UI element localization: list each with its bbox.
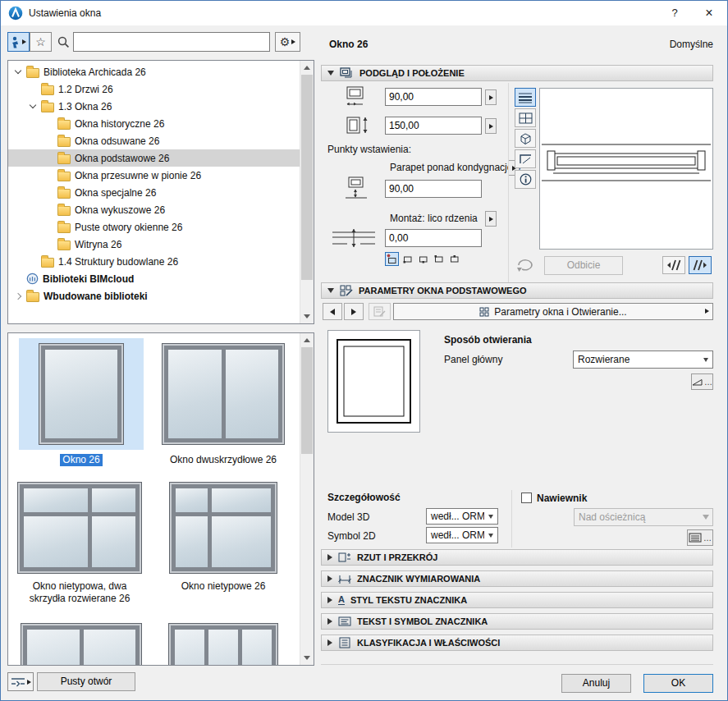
preview-plan-button[interactable] (515, 108, 536, 127)
width-flyout-button[interactable] (485, 89, 497, 105)
thumbnail-okno-nietypowa-dwa-skrzydla[interactable]: Okno nietypowa, dwa skrzydła rozwierane … (11, 479, 148, 605)
chevron-right-icon[interactable] (13, 294, 22, 299)
folder-open-icon (41, 103, 54, 112)
tree-item-okna-podstawowe[interactable]: Okna podstawowe 26 (8, 149, 300, 167)
opening-preview (327, 330, 420, 433)
section-window-parameters[interactable]: PARAMETRY OKNA PODSTAWOWEGO (321, 282, 713, 299)
mirror-right-toggle[interactable] (689, 256, 712, 274)
section-styl-tekstu-znacznika[interactable]: A STYL TEKSTU ZNACZNIKA (321, 592, 713, 608)
thumbnail-okno-nietypowe[interactable]: Okno nietypowe 26 (154, 479, 292, 593)
sill-reference-label: Parapet ponad kondygnację 0 (390, 162, 520, 173)
person-icon (11, 36, 21, 48)
vent-settings-button[interactable] (687, 529, 713, 546)
scroll-up-icon[interactable] (300, 61, 314, 75)
section-title: RZUT I PRZEKRÓJ (357, 552, 437, 562)
help-button[interactable]: ? (658, 1, 691, 25)
tree-item-biblioteki-bimcloud[interactable]: Biblioteki BIMcloud (8, 270, 300, 287)
tree-item-witryna[interactable]: Witryna 26 (8, 236, 300, 253)
tree-item-label: Wbudowane biblioteki (43, 291, 148, 302)
vent-checkbox[interactable] (521, 493, 532, 503)
window-image (168, 623, 278, 666)
tree-item-drzwi[interactable]: 1.2 Drzwi 26 (8, 80, 300, 98)
chevron-down-icon (703, 358, 708, 362)
anchor-toggle-5[interactable] (447, 252, 461, 266)
preview-section-button[interactable] (515, 149, 536, 168)
tree-item-okna-historyczne[interactable]: Okna historyczne 26 (8, 115, 300, 132)
close-button[interactable]: × (693, 1, 726, 25)
rotate-icon[interactable] (515, 257, 536, 276)
transfer-settings-button[interactable] (369, 303, 391, 320)
chevron-down-icon (488, 534, 493, 538)
empty-opening-button[interactable]: Pusty otwór (37, 672, 135, 691)
plan-grid-icon (519, 112, 533, 124)
section-znacznik-wymiarowania[interactable]: ZNACZNIK WYMIAROWANIA (321, 570, 713, 587)
opening-angle-button[interactable] (691, 373, 713, 390)
parameter-page-selector[interactable]: Parametry okna i Otwieranie... (393, 303, 713, 320)
section-klasyfikacja[interactable]: KLASYFIKACJA I WŁAŚCIWOŚCI (321, 635, 713, 651)
vent-position-select[interactable]: Nad ościeżnicą (574, 508, 713, 526)
anchor-plane-flyout-button[interactable] (485, 211, 497, 227)
anchor-toggle-4[interactable] (432, 252, 446, 266)
thumbnail-scrollbar[interactable] (300, 333, 314, 665)
tree-item-okna-specjalne[interactable]: Okna specjalne 26 (8, 184, 300, 201)
preview-info-button[interactable] (515, 170, 536, 189)
opening-type-button[interactable] (7, 672, 34, 691)
thumbnail-partial[interactable] (15, 622, 148, 666)
preview-elevation-button[interactable] (515, 88, 536, 107)
folder-icon (57, 206, 71, 216)
favorites-button[interactable] (30, 32, 52, 52)
scroll-up-icon[interactable] (300, 333, 314, 347)
tree-item-okna-wykuszowe[interactable]: Okna wykuszowe 26 (8, 201, 300, 218)
thumbnail-okno-dwuskrzydlowe[interactable]: Okno dwuskrzydłowe 26 (154, 338, 292, 466)
main-panel-select[interactable]: Rozwierane (573, 350, 713, 369)
width-input[interactable] (385, 88, 482, 106)
tree-item-struktury-budowlane[interactable]: 1.4 Struktury budowlane 26 (8, 253, 300, 270)
prev-page-button[interactable] (323, 303, 342, 320)
tree-scrollbar[interactable] (300, 61, 314, 323)
tree-item-biblioteka-archicada[interactable]: Biblioteka Archicada 26 (8, 63, 300, 80)
anchor-toggle-1[interactable] (385, 252, 399, 266)
settings-button[interactable] (275, 32, 300, 52)
vent-grille-icon (689, 533, 702, 543)
section-rzut-przekroj[interactable]: RZUT I PRZEKRÓJ (321, 549, 713, 566)
preview-3d-button[interactable] (515, 129, 536, 148)
anchor-plane-input[interactable] (385, 229, 482, 247)
anchor-toggle-2[interactable] (401, 252, 414, 266)
titlebar[interactable]: Ustawienia okna ? × (1, 1, 727, 25)
symbol-2d-select[interactable]: wedł... ORM (426, 527, 498, 543)
tree-item-puste-otwory[interactable]: Puste otwory okienne 26 (8, 218, 300, 236)
scroll-down-icon[interactable] (300, 309, 314, 323)
height-input[interactable] (385, 117, 482, 135)
preview-drawing[interactable] (539, 88, 713, 250)
tree-item-wbudowane-biblioteki[interactable]: Wbudowane biblioteki (8, 287, 300, 305)
scrollbar-thumb[interactable] (301, 347, 313, 454)
next-page-button[interactable] (344, 303, 364, 320)
scroll-down-icon[interactable] (300, 651, 314, 665)
tree-item-okna-przesuwne[interactable]: Okna przesuwne w pionie 26 (8, 167, 300, 184)
model-3d-select[interactable]: wedł... ORM (426, 508, 498, 525)
chevron-down-icon[interactable] (13, 71, 22, 73)
page-next-arrow-icon[interactable] (705, 309, 709, 314)
thumbnail-okno-26[interactable]: Okno 26 (15, 338, 148, 466)
section-preview-position[interactable]: PODGLĄD I POŁOŻENIE (321, 65, 713, 81)
cancel-button[interactable]: Anuluj (561, 674, 631, 693)
tree-item-okna-odsuwane[interactable]: Okna odsuwane 26 (8, 132, 300, 149)
chevron-down-icon[interactable] (28, 105, 37, 108)
mirror-left-toggle[interactable] (662, 256, 685, 274)
dimension-marker-icon (338, 573, 351, 584)
ok-button[interactable]: OK (643, 674, 713, 693)
thumbnail-partial[interactable] (154, 622, 292, 666)
search-input[interactable] (73, 32, 270, 52)
section-tekst-i-symbol[interactable]: TEKST I SYMBOL ZNACZNIKA (321, 613, 713, 630)
sill-height-input[interactable] (385, 180, 482, 198)
scrollbar-thumb[interactable] (301, 75, 313, 280)
classification-icon (338, 637, 351, 648)
default-settings-button[interactable] (7, 32, 30, 52)
tree-item-okna[interactable]: 1.3 Okna 26 (8, 98, 300, 115)
vent-label: Nawiewnik (537, 493, 587, 504)
anchor-toggle-3[interactable] (416, 252, 430, 266)
tree-item-label: Puste otwory okienne 26 (75, 222, 182, 233)
mirror-left-icon (666, 259, 681, 272)
height-flyout-button[interactable] (485, 118, 497, 134)
mirror-button[interactable]: Odbicie (544, 256, 623, 275)
